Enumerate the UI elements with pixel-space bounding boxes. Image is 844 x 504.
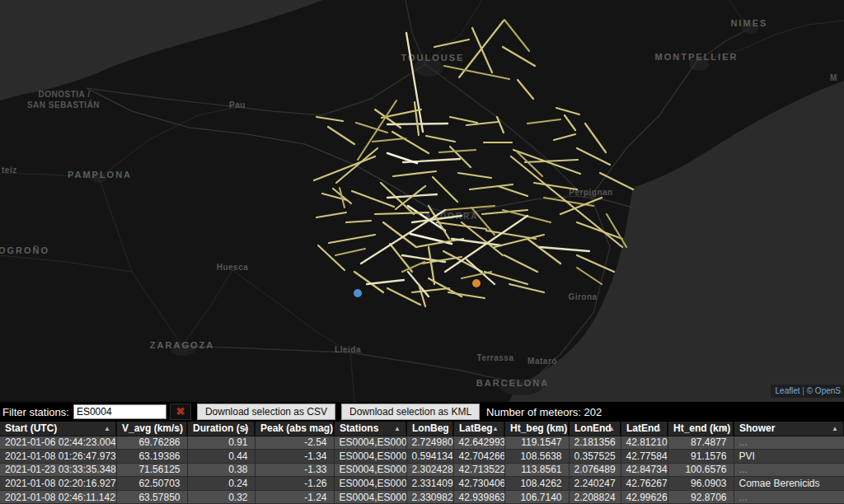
table-cell: 42.713522 <box>453 463 504 477</box>
table-cell: 2.240247 <box>569 477 621 491</box>
column-header-label: Start (UTC) <box>5 422 57 434</box>
map[interactable]: NIMESMONTPELLIERTOULOUSEDONOSTIA /SAN SE… <box>0 0 844 402</box>
sort-arrow-icon[interactable]: ▲ <box>175 425 181 432</box>
filter-stations-label: Filter stations: <box>2 406 69 418</box>
table-cell: ... <box>734 490 844 504</box>
sort-arrow-icon[interactable]: ▲ <box>832 425 838 432</box>
column-header-start-utc[interactable]: Start (UTC)▲ <box>0 422 116 436</box>
column-header-duration-s[interactable]: Duration (s)▲ <box>187 422 255 436</box>
column-header-label: Duration (s) <box>193 422 248 434</box>
table-cell: -1.34 <box>255 450 334 464</box>
table-cell: 92.8706 <box>668 490 734 504</box>
map-city-label: NIMES <box>731 18 768 28</box>
sort-arrow-icon[interactable]: ▲ <box>492 425 499 432</box>
leaflet-link[interactable]: Leaflet <box>776 386 800 395</box>
download-kml-button[interactable]: Download selection as KML <box>341 404 480 420</box>
table-header-row: Start (UTC)▲V_avg (km/s)▲Duration (s)▲Pe… <box>0 422 844 436</box>
column-header-lonend[interactable]: LonEnd▲ <box>569 422 621 436</box>
table-cell: 42.642993 <box>453 436 504 450</box>
map-city-label: teiz <box>2 166 17 175</box>
table-cell: 0.357525 <box>569 450 621 464</box>
table-cell: ... <box>734 436 844 450</box>
filter-stations-input[interactable] <box>73 404 166 419</box>
map-city-label: DONOSTIA / <box>39 90 91 99</box>
table-row[interactable]: 2021-01-08 02:20:16.92795362.507030.24-1… <box>0 477 844 491</box>
map-city-label: ZARAGOZA <box>150 340 214 350</box>
column-header-shower[interactable]: Shower▲ <box>734 422 844 436</box>
table-cell: 106.7140 <box>504 490 569 504</box>
table-cell: 2.302428 <box>406 463 453 477</box>
table-cell: 2021-01-08 02:46:11.142536 <box>0 490 116 504</box>
table-cell: 0.44 <box>187 450 255 464</box>
column-header-label: LonEnd <box>574 422 612 434</box>
table-cell: 2021-01-23 03:33:35.348031 <box>0 463 116 477</box>
table-cell: 63.19386 <box>116 450 187 464</box>
table-cell: ES0004,ES0005 <box>334 450 406 464</box>
station-marker-blue[interactable] <box>354 289 362 297</box>
table-cell: PVI <box>734 450 844 464</box>
map-city-label: SAN SEBASTIÁN <box>27 100 100 110</box>
table-cell: 69.76286 <box>116 436 187 450</box>
table-cell: 42.730406 <box>453 477 504 491</box>
column-header-label: LatBeg <box>459 422 493 434</box>
map-attribution: Leaflet | © OpenS <box>771 385 844 398</box>
table-cell: -1.26 <box>255 477 334 491</box>
table-row[interactable]: 2021-01-23 03:33:35.34803171.561250.38-1… <box>0 463 844 477</box>
column-header-lonbeg[interactable]: LonBeg▲ <box>406 422 453 436</box>
table-cell: 71.56125 <box>116 463 187 477</box>
sort-arrow-icon[interactable]: ▲ <box>104 425 110 432</box>
clear-filter-button[interactable]: ✖ <box>170 404 191 420</box>
table-cell: 108.4262 <box>504 477 569 491</box>
column-header-v-avg-km-s[interactable]: V_avg (km/s)▲ <box>116 422 187 436</box>
table-cell: 0.594134 <box>406 450 453 464</box>
download-csv-button[interactable]: Download selection as CSV <box>197 404 335 420</box>
map-city-label: MONTPELLIER <box>655 52 738 62</box>
table-cell: -2.54 <box>255 436 334 450</box>
map-city-label: Terrassa <box>477 353 514 362</box>
table-cell: 113.8561 <box>504 463 569 477</box>
table-row[interactable]: 2021-01-08 01:26:47.97303963.193860.44-1… <box>0 450 844 464</box>
sort-arrow-icon[interactable]: ▲ <box>721 425 728 432</box>
table-cell: 42.762676 <box>621 477 668 491</box>
column-header-label: Stations <box>340 422 378 434</box>
column-header-stations[interactable]: Stations▲ <box>334 422 406 436</box>
table-cell: 119.1547 <box>504 436 569 450</box>
table-cell: 2021-01-08 02:20:16.927953 <box>0 477 116 491</box>
table-cell: 2.331409 <box>406 477 453 491</box>
map-city-label: Pau <box>229 100 246 110</box>
sort-arrow-icon[interactable]: ▲ <box>655 425 662 432</box>
table-cell: 2021-01-06 02:44:23.004117 <box>0 436 116 450</box>
map-city-label: PAMPLONA <box>68 170 132 180</box>
table-cell: 0.24 <box>187 477 255 491</box>
map-city-label: Mataró <box>528 357 557 366</box>
table-cell: 42.775843 <box>621 450 668 464</box>
map-city-label: BARCELONA <box>476 378 549 388</box>
column-header-latbeg[interactable]: LatBeg▲ <box>453 422 504 436</box>
map-city-label: Huesca <box>217 263 249 272</box>
table-cell: ES0004,ES0005 <box>334 477 406 491</box>
sort-arrow-icon[interactable]: ▲ <box>441 425 448 432</box>
table-cell: 0.32 <box>187 490 255 504</box>
map-city-label: Girona <box>568 292 597 301</box>
meteor-app: NIMESMONTPELLIERTOULOUSEDONOSTIA /SAN SE… <box>0 0 844 504</box>
sort-arrow-icon[interactable]: ▲ <box>556 425 563 432</box>
table-cell: Comae Berenicids <box>734 477 844 491</box>
table-cell: 108.5638 <box>504 450 569 464</box>
table-cell: 0.91 <box>187 436 255 450</box>
sort-arrow-icon[interactable]: ▲ <box>242 425 249 432</box>
sort-arrow-icon[interactable]: ▲ <box>321 425 328 432</box>
table-cell: ES0004,ES0005 <box>334 436 406 450</box>
openstreetmap-link[interactable]: © OpenS <box>807 386 841 395</box>
table-row[interactable]: 2021-01-08 02:46:11.14253663.578500.32-1… <box>0 490 844 504</box>
column-header-peak-abs-mag[interactable]: Peak (abs mag)▲ <box>255 422 334 436</box>
table-row[interactable]: 2021-01-06 02:44:23.00411769.762860.91-2… <box>0 436 844 450</box>
table-cell: 62.50703 <box>116 477 187 491</box>
map-city-label: OGROÑO <box>0 245 49 255</box>
column-header-label: V_avg (km/s) <box>122 422 183 434</box>
column-header-ht-beg-km[interactable]: Ht_beg (km)▲ <box>504 422 569 436</box>
column-header-ht-end-km[interactable]: Ht_end (km)▲ <box>668 422 734 436</box>
column-header-latend[interactable]: LatEnd▲ <box>621 422 668 436</box>
station-marker-orange[interactable] <box>472 279 481 287</box>
sort-arrow-icon[interactable]: ▲ <box>608 425 615 432</box>
sort-arrow-icon[interactable]: ▲ <box>394 425 401 432</box>
